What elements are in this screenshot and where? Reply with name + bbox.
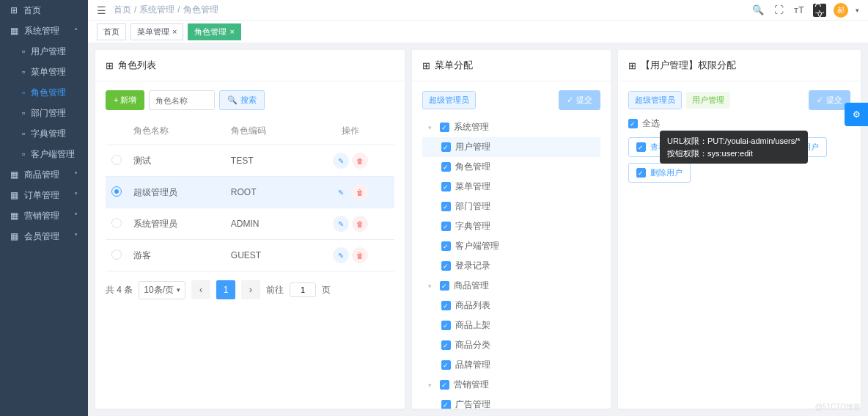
sidebar-group[interactable]: ▦会员管理˅	[0, 226, 88, 247]
item-icon: ▫	[22, 46, 25, 56]
radio[interactable]	[111, 155, 122, 165]
sidebar-item[interactable]: ▫部门管理	[0, 103, 88, 123]
checkbox[interactable]: ✓	[441, 142, 451, 152]
add-role-button[interactable]: + 新增	[106, 90, 144, 110]
caret-icon[interactable]: ▾	[428, 124, 435, 131]
table-row[interactable]: 测试TEST✎🗑	[106, 145, 394, 177]
sidebar-item[interactable]: ▫用户管理	[0, 41, 88, 62]
submit-menu-button[interactable]: ✓ 提交	[559, 90, 600, 110]
tree-node[interactable]: ✓角色管理	[422, 157, 600, 177]
close-icon[interactable]: ×	[172, 27, 177, 36]
edit-button[interactable]: ✎	[333, 216, 349, 232]
tab[interactable]: 首页	[97, 23, 126, 40]
sidebar-group[interactable]: ▦系统管理˄	[0, 21, 88, 41]
delete-button[interactable]: 🗑	[352, 247, 368, 263]
radio[interactable]	[111, 218, 122, 228]
sidebar-item[interactable]: ▫字典管理	[0, 123, 88, 144]
sidebar-item[interactable]: ▫角色管理	[0, 82, 88, 103]
goto-input[interactable]	[290, 282, 316, 297]
grid-icon: ⊞	[106, 60, 114, 71]
font-size-icon[interactable]: тT	[792, 4, 806, 17]
hamburger-icon[interactable]: ☰	[97, 4, 106, 16]
checkbox[interactable]: ✓	[440, 123, 449, 132]
search-button[interactable]: 🔍搜索	[219, 90, 265, 110]
tree-node[interactable]: ✓字典管理	[422, 216, 600, 236]
sidebar-item[interactable]: ▫菜单管理	[0, 62, 88, 82]
role-search-input[interactable]	[149, 90, 215, 110]
fullscreen-icon[interactable]: ⛶	[772, 4, 785, 17]
grid-icon: ⊞	[628, 60, 636, 71]
delete-button[interactable]: 🗑	[352, 153, 368, 169]
checkbox[interactable]: ✓	[441, 182, 451, 191]
tree-node[interactable]: ▾✓营销管理	[422, 375, 600, 395]
checkbox[interactable]: ✓	[440, 380, 449, 390]
next-page[interactable]: ›	[241, 280, 260, 299]
sidebar-item[interactable]: ▫客户端管理	[0, 144, 88, 164]
checkbox[interactable]: ✓	[441, 222, 451, 231]
select-all[interactable]: ✓全选	[628, 117, 850, 130]
table-row[interactable]: 游客GUEST✎🗑	[106, 240, 394, 271]
tree-node[interactable]: ✓品牌管理	[422, 355, 600, 375]
checkbox[interactable]: ✓	[441, 301, 451, 310]
caret-icon[interactable]: ▾	[428, 382, 435, 389]
tree-node[interactable]: ✓商品列表	[422, 296, 600, 315]
sidebar-group[interactable]: ▦商品管理˅	[0, 164, 88, 185]
checkbox[interactable]: ✓	[441, 340, 451, 350]
checkbox[interactable]: ✓	[441, 261, 451, 271]
menu-icon: ▦	[10, 211, 18, 221]
checkbox[interactable]: ✓	[636, 142, 646, 152]
radio[interactable]	[111, 249, 122, 260]
sidebar-home[interactable]: ⊞ 首页	[0, 0, 88, 21]
sidebar-group[interactable]: ▦营销管理˅	[0, 205, 88, 226]
checkbox[interactable]: ✓	[441, 400, 451, 409]
tree-node[interactable]: ✓客户端管理	[422, 236, 600, 256]
chevron-down-icon[interactable]: ▾	[856, 7, 859, 14]
checkbox[interactable]: ✓	[441, 162, 451, 172]
role-tag: 超级管理员	[422, 91, 476, 109]
avatar[interactable]: 郝	[834, 3, 848, 18]
tab[interactable]: 菜单管理×	[130, 23, 183, 40]
tree-node[interactable]: ✓商品分类	[422, 335, 600, 355]
tree-node[interactable]: ✓菜单管理	[422, 177, 600, 197]
page-size-select[interactable]: 10条/页▾	[139, 281, 185, 299]
checkbox[interactable]: ✓	[441, 202, 451, 211]
sidebar-group[interactable]: ▦订单管理˅	[0, 185, 88, 205]
prev-page[interactable]: ‹	[191, 280, 210, 299]
menu-icon: ▦	[10, 231, 18, 241]
tree-node[interactable]: ▾✓系统管理	[422, 117, 600, 137]
tree-node[interactable]: ✓登录记录	[422, 256, 600, 276]
table-row[interactable]: 超级管理员ROOT✎🗑	[106, 177, 394, 208]
checkbox[interactable]: ✓	[636, 168, 646, 178]
page-1[interactable]: 1	[216, 280, 235, 299]
tree-node[interactable]: ✓广告管理	[422, 395, 600, 409]
perm-assign-panel: ⊞【用户管理】权限分配 超级管理员 用户管理 ✓ 提交 ✓全选 ✓查看用户✓编辑…	[618, 50, 861, 409]
perm-button[interactable]: ✓删除用户	[628, 163, 691, 183]
menu-assign-panel: ⊞菜单分配 超级管理员 ✓ 提交 ▾✓系统管理✓用户管理✓角色管理✓菜单管理✓部…	[412, 50, 611, 409]
delete-button[interactable]: 🗑	[352, 184, 368, 200]
edit-button[interactable]: ✎	[333, 247, 349, 263]
caret-icon[interactable]: ▾	[428, 282, 435, 290]
tree-node[interactable]: ✓部门管理	[422, 197, 600, 216]
checkbox[interactable]: ✓	[440, 281, 449, 291]
menu-icon: ▦	[10, 26, 18, 36]
tree-node[interactable]: ✓商品上架	[422, 315, 600, 335]
item-icon: ▫	[22, 87, 25, 98]
settings-float-button[interactable]: ⚙	[845, 103, 868, 126]
radio[interactable]	[111, 186, 122, 197]
gear-icon: ⚙	[853, 109, 861, 120]
table-row[interactable]: 系统管理员ADMIN✎🗑	[106, 208, 394, 240]
role-list-panel: ⊞角色列表 + 新增 🔍搜索 角色名称 角色编码 操作	[95, 50, 405, 409]
lang-icon[interactable]: A文	[813, 4, 826, 17]
search-icon[interactable]: 🔍	[751, 4, 765, 17]
tab[interactable]: 角色管理×	[188, 23, 240, 40]
close-icon[interactable]: ×	[229, 27, 234, 36]
checkbox[interactable]: ✓	[441, 241, 451, 251]
delete-button[interactable]: 🗑	[352, 216, 368, 232]
edit-button[interactable]: ✎	[333, 153, 349, 169]
chevron-icon: ˅	[74, 212, 78, 220]
edit-button[interactable]: ✎	[333, 184, 349, 200]
tree-node[interactable]: ✓用户管理	[422, 137, 600, 157]
tree-node[interactable]: ▾✓商品管理	[422, 276, 600, 296]
checkbox[interactable]: ✓	[441, 360, 451, 370]
checkbox[interactable]: ✓	[441, 321, 451, 330]
